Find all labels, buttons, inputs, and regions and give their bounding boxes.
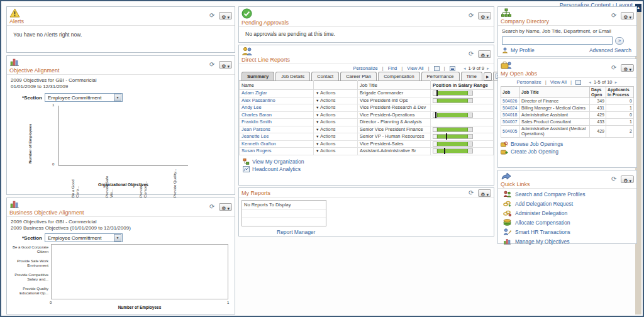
actions-dropdown[interactable]: Actions: [316, 126, 336, 132]
job-id-link[interactable]: 504005: [502, 129, 517, 133]
job-id-link[interactable]: 504018: [502, 113, 517, 117]
col-applicants: Applicants in Process: [606, 87, 634, 98]
gear-menu-button[interactable]: [478, 189, 491, 197]
gear-menu-button[interactable]: [478, 50, 491, 58]
actions-dropdown[interactable]: Actions: [316, 141, 336, 147]
table-row: Franklin Smith Actions Director - Planni…: [240, 119, 494, 126]
refresh-icon[interactable]: [611, 13, 616, 19]
employee-name-link[interactable]: Alex Passantino: [242, 97, 275, 103]
actions-dropdown[interactable]: Actions: [316, 104, 336, 110]
refresh-icon[interactable]: [209, 204, 214, 210]
download-grid-icon[interactable]: [450, 66, 455, 71]
list-item: Allocate Compensation: [498, 218, 636, 227]
view-my-organization-link[interactable]: View My Organization: [252, 158, 304, 165]
gear-menu-button[interactable]: [219, 12, 232, 19]
browse-job-openings-link[interactable]: Browse Job Openings: [511, 141, 563, 147]
search-hint-text: Search by Name, Job Title, Department, o…: [498, 26, 636, 36]
refresh-icon[interactable]: [469, 190, 474, 196]
gear-menu-button[interactable]: [219, 203, 232, 211]
directory-search-input[interactable]: [502, 36, 613, 45]
headcount-analytics-link[interactable]: Headcount Analytics: [252, 166, 301, 172]
employee-name-link[interactable]: Andy Lee: [242, 104, 262, 110]
create-job-opening-link[interactable]: Create Job Opening: [511, 148, 558, 155]
employee-name-link[interactable]: Charles Baran: [242, 112, 272, 118]
y-tick-min: 0: [52, 162, 54, 166]
actions-dropdown[interactable]: Actions: [316, 133, 336, 139]
y-axis-title: Number of Employees: [28, 120, 33, 164]
find-link[interactable]: Find: [388, 65, 397, 71]
view-my-organization-row: View My Organization: [243, 158, 490, 165]
actions-dropdown[interactable]: Actions: [316, 119, 336, 125]
report-manager-link[interactable]: Report Manager: [277, 229, 315, 235]
employee-name-link[interactable]: Jean Parsons: [242, 126, 270, 132]
my-profile-link[interactable]: My Profile: [511, 47, 535, 53]
col-salary-range: Position in Salary Range: [431, 81, 494, 90]
view-all-link[interactable]: View All: [407, 65, 423, 71]
actions-dropdown[interactable]: Actions: [316, 97, 336, 103]
link-admin-icon: [503, 209, 511, 216]
days-open-cell: 431: [590, 105, 606, 112]
administer-delegation-link[interactable]: Administer Delegation: [515, 210, 567, 216]
col-actions: [314, 81, 358, 90]
analytics-icon: [243, 166, 250, 172]
gear-menu-button[interactable]: [621, 64, 634, 72]
refresh-icon[interactable]: [209, 62, 214, 68]
tab-career-plan[interactable]: Career Plan: [340, 72, 377, 81]
employee-name-link[interactable]: Jeanette Lee: [242, 133, 269, 139]
personalize-link[interactable]: Personalize: [353, 65, 377, 71]
first-page-icon[interactable]: [463, 65, 467, 71]
employee-name-link[interactable]: Franklin Smith: [242, 119, 272, 125]
employee-name-link[interactable]: Susan Rogers: [242, 148, 272, 153]
next-tab-icon[interactable]: ▶: [484, 72, 492, 81]
search-go-icon[interactable]: »: [615, 37, 624, 45]
gear-menu-button[interactable]: [478, 12, 491, 19]
gear-menu-button[interactable]: [621, 12, 634, 19]
tab-summary[interactable]: Summary: [242, 72, 274, 81]
tab-performance[interactable]: Performance: [421, 72, 460, 81]
personalize-link[interactable]: Personalize: [516, 79, 541, 85]
section-dropdown[interactable]: Employee Committment: [45, 233, 123, 242]
manage-my-objectives-link[interactable]: Manage My Objectives: [515, 238, 569, 245]
refresh-icon[interactable]: [209, 13, 214, 19]
divider: [569, 79, 574, 85]
list-item: Manage My Objectives: [498, 236, 636, 246]
section-dropdown[interactable]: Employee Committment: [45, 93, 123, 102]
pagination-text: 1-5 of 10: [594, 79, 613, 85]
smart-hr-transactions-link[interactable]: Smart HR Transactions: [515, 229, 570, 235]
add-delegation-request-link[interactable]: Add Delegation Request: [515, 201, 573, 207]
applicants-cell: 0: [606, 98, 634, 105]
search-and-compare-profiles-link[interactable]: Search and Compare Profiles: [515, 191, 586, 197]
tab-contact[interactable]: Contact: [311, 72, 339, 81]
popout-icon[interactable]: [575, 80, 581, 85]
job-title-cell: Vice President-Research & Dev: [358, 104, 431, 112]
refresh-icon[interactable]: [469, 51, 474, 57]
refresh-icon[interactable]: [611, 176, 616, 182]
tab-time[interactable]: Time: [461, 72, 482, 81]
chevron-down-icon: [486, 187, 489, 199]
gear-menu-button[interactable]: [621, 175, 634, 183]
employee-name-link[interactable]: Adam Ziglar: [242, 90, 267, 96]
last-page-icon[interactable]: [614, 79, 618, 85]
job-title-cell: Billing Manager - Medical Claims: [520, 105, 590, 112]
view-all-link[interactable]: View All: [550, 79, 567, 85]
actions-dropdown[interactable]: Actions: [316, 148, 336, 153]
refresh-icon[interactable]: [611, 65, 616, 71]
job-id-link[interactable]: 504024: [502, 106, 517, 110]
refresh-icon[interactable]: [469, 13, 474, 19]
job-id-link[interactable]: 504026: [502, 99, 517, 103]
employee-name-link[interactable]: Kenneth Grafton: [242, 141, 276, 147]
actions-dropdown[interactable]: Actions: [316, 90, 336, 96]
popout-icon[interactable]: [434, 66, 440, 71]
alerts-message: You have no Alerts right now.: [7, 26, 235, 43]
gear-menu-button[interactable]: [219, 61, 232, 69]
tab-compensation[interactable]: Compensation: [378, 72, 419, 81]
advanced-search-link[interactable]: Advanced Search: [589, 47, 631, 53]
allocate-compensation-link[interactable]: Allocate Compensation: [515, 220, 570, 226]
tab-job-details[interactable]: Job Details: [275, 72, 310, 81]
table-row: 504024 Billing Manager - Medical Claims …: [501, 105, 634, 112]
salary-marker: [446, 133, 447, 140]
job-id-link[interactable]: 504007: [502, 120, 517, 124]
last-page-icon[interactable]: [486, 65, 490, 71]
first-page-icon[interactable]: [588, 79, 592, 85]
actions-dropdown[interactable]: Actions: [316, 112, 336, 118]
